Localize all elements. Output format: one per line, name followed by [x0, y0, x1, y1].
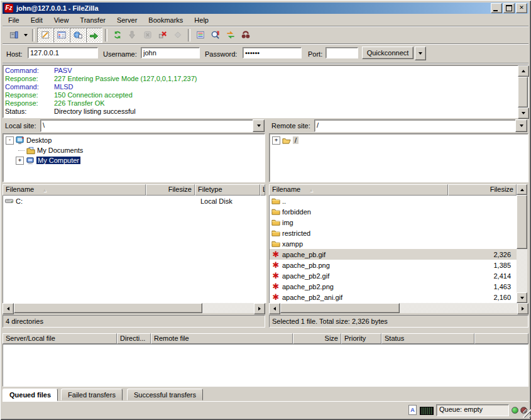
file-row[interactable]: ✱apache_pb2.gif2,414: [270, 270, 517, 281]
scrollbar-thumb[interactable]: [517, 195, 527, 249]
queue-column-remote-file[interactable]: Remote file: [151, 333, 293, 344]
port-input[interactable]: [326, 47, 358, 58]
scroll-down-button[interactable]: [518, 108, 529, 119]
local-column-filename[interactable]: Filename ▲: [3, 184, 146, 196]
file-row[interactable]: ✱apache_pb2.png1,463: [270, 281, 517, 292]
queue-column-size[interactable]: Size: [293, 333, 341, 344]
scroll-left-button[interactable]: [3, 303, 14, 314]
maximize-button[interactable]: [503, 3, 515, 13]
tree-item-desktop[interactable]: - Desktop: [3, 135, 265, 145]
scrollbar-track[interactable]: [400, 303, 517, 313]
minimize-button[interactable]: [491, 3, 502, 13]
close-button[interactable]: ✕: [516, 3, 527, 13]
menu-edit[interactable]: Edit: [25, 15, 48, 25]
file-row[interactable]: ✱apache_pb2_ani.gif2,160: [270, 292, 517, 302]
local-column-filesize[interactable]: Filesize: [146, 184, 195, 196]
remote-status-text: Selected 1 file. Total size: 2,326 bytes: [272, 318, 388, 325]
scroll-right-button[interactable]: [254, 303, 265, 314]
speed-limits-indicator-icon[interactable]: [420, 407, 434, 415]
chevron-down-icon: [520, 124, 523, 127]
scroll-up-button[interactable]: [517, 184, 527, 195]
transfer-queue-list[interactable]: [3, 344, 528, 387]
tab-failed-transfers[interactable]: Failed transfers: [61, 389, 123, 401]
folder-icon: [271, 228, 281, 238]
quickconnect-dropdown[interactable]: [415, 47, 426, 60]
process-queue-button[interactable]: [125, 28, 140, 42]
cancel-operation-button[interactable]: [140, 28, 155, 42]
toggle-local-tree-button[interactable]: [53, 28, 70, 43]
file-row[interactable]: restricted: [270, 228, 517, 238]
remote-site-label: Remote site:: [271, 122, 310, 130]
username-input[interactable]: [141, 47, 200, 58]
site-manager-button[interactable]: [6, 28, 21, 42]
host-input[interactable]: [28, 47, 98, 58]
disconnect-button[interactable]: [155, 28, 170, 42]
log-line: Response:226 Transfer OK: [3, 99, 528, 108]
reconnect-icon: [173, 30, 183, 40]
scroll-up-button[interactable]: [518, 65, 529, 77]
app-icon[interactable]: Fz: [4, 4, 13, 13]
scrollbar-thumb[interactable]: [14, 303, 202, 313]
menu-help[interactable]: Help: [189, 15, 214, 25]
tab-queued-files[interactable]: Queued files: [3, 389, 58, 401]
file-row[interactable]: xampp: [270, 238, 517, 249]
queue-column-direction[interactable]: Directi...: [117, 333, 151, 344]
site-manager-dropdown[interactable]: [21, 28, 30, 42]
resize-grip[interactable]: [523, 409, 531, 417]
file-row[interactable]: ✱apache_pb.png1,385: [270, 260, 517, 270]
remote-column-filesize[interactable]: Filesize: [448, 184, 517, 196]
tree-item-my-documents[interactable]: My Documents: [3, 145, 265, 155]
quickconnect-button[interactable]: Quickconnect: [362, 47, 413, 59]
remote-site-combo-arrow[interactable]: [515, 119, 527, 132]
sort-ascending-icon: ▲: [309, 187, 314, 193]
queue-column-server-local-file[interactable]: Server/Local file: [3, 333, 117, 344]
remote-column-filename[interactable]: Filename ▲: [269, 184, 448, 196]
file-row-selected[interactable]: ✱apache_pb.gif2,326: [270, 249, 517, 260]
local-file-row-c-drive[interactable]: C: Local Disk: [3, 196, 266, 206]
synchronized-browsing-button[interactable]: [223, 28, 238, 42]
reconnect-button[interactable]: [170, 28, 185, 42]
queue-column-priority[interactable]: Priority: [341, 333, 381, 344]
scroll-down-button[interactable]: [517, 292, 527, 303]
local-column-filetype[interactable]: Filetype: [195, 184, 260, 196]
file-row[interactable]: img: [270, 217, 517, 228]
tree-item-my-computer[interactable]: + My Computer: [3, 155, 265, 165]
expand-expander[interactable]: +: [272, 136, 280, 145]
queue-column-status[interactable]: Status: [381, 333, 474, 344]
local-site-combo[interactable]: \: [40, 119, 254, 132]
local-site-combo-arrow[interactable]: [253, 119, 265, 132]
expand-expander[interactable]: +: [16, 157, 24, 165]
scrollbar-thumb[interactable]: [518, 77, 528, 108]
transfer-type-indicator-icon[interactable]: A: [408, 405, 417, 415]
scroll-left-button[interactable]: [269, 303, 280, 314]
scrollbar-track[interactable]: [202, 303, 254, 313]
menu-bookmarks[interactable]: Bookmarks: [143, 15, 189, 25]
password-input[interactable]: [243, 47, 302, 58]
remote-site-combo[interactable]: /: [314, 119, 517, 132]
toggle-remote-tree-button[interactable]: [70, 28, 86, 43]
tab-successful-transfers[interactable]: Successful transfers: [127, 389, 203, 401]
directory-filters-button[interactable]: [193, 28, 208, 42]
toggle-message-log-button[interactable]: [37, 28, 53, 43]
refresh-button[interactable]: [110, 28, 125, 42]
file-search-button[interactable]: [238, 28, 253, 42]
directory-comparison-button[interactable]: [208, 28, 223, 42]
collapse-expander[interactable]: -: [6, 136, 14, 145]
desktop-icon: [15, 136, 25, 145]
file-name: apache_pb2.png: [282, 283, 444, 290]
scroll-right-button[interactable]: [517, 303, 528, 314]
toggle-transfer-queue-button[interactable]: [86, 28, 102, 43]
process-queue-icon: [128, 30, 138, 40]
queue-column-empty[interactable]: [474, 333, 528, 344]
queue-status-panel: Queue: empty: [436, 404, 509, 416]
menu-file[interactable]: File: [3, 15, 25, 25]
menu-server[interactable]: Server: [111, 15, 143, 25]
scrollbar-thumb[interactable]: [280, 303, 400, 313]
menu-view[interactable]: View: [48, 15, 75, 25]
tree-item-root[interactable]: + /: [270, 135, 528, 145]
menu-transfer[interactable]: Transfer: [74, 15, 111, 25]
file-row[interactable]: forbidden: [270, 206, 517, 217]
scrollbar-track[interactable]: [517, 249, 527, 292]
local-column-lastmodified[interactable]: L: [260, 184, 265, 196]
file-row[interactable]: ..: [270, 196, 517, 206]
